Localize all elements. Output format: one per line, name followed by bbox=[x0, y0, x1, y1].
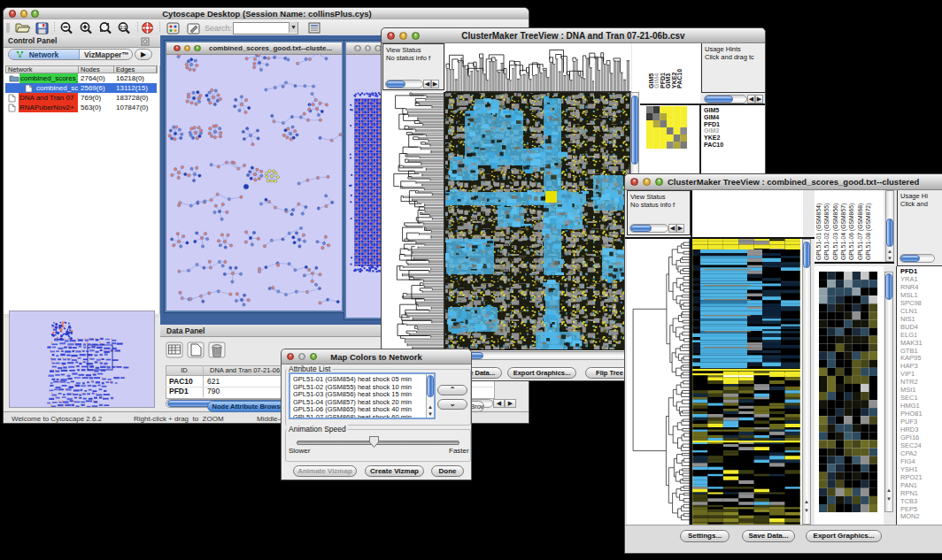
svg-text:1:1: 1:1 bbox=[120, 25, 126, 30]
svg-text:Search:: Search: bbox=[205, 24, 232, 33]
